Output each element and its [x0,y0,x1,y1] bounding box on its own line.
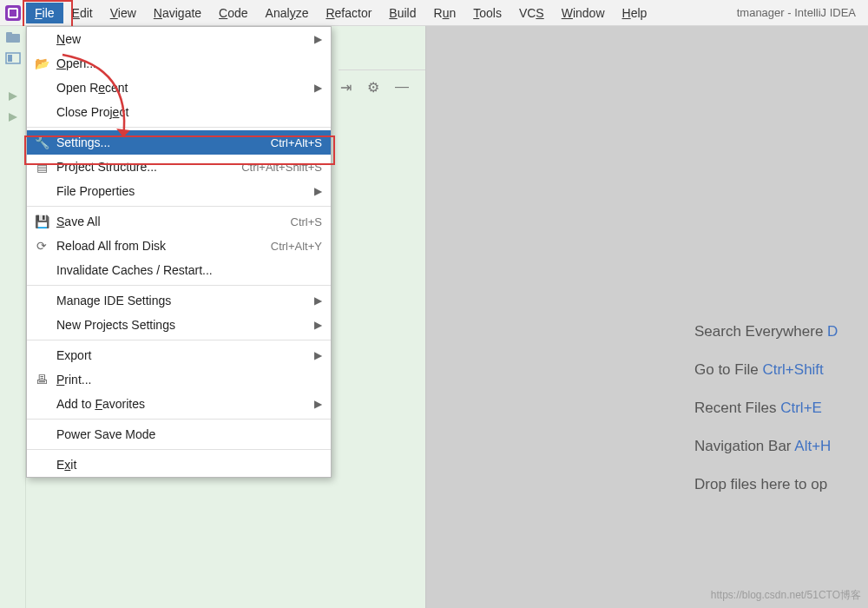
menu-file[interactable]: File [26,3,63,23]
file-menu-power-save-mode[interactable]: Power Save Mode [27,422,331,446]
content-area: ⇥ ⚙ — Search Everywhere DGo to File Ctrl… [0,26,868,608]
menu-vcs[interactable]: VCS [510,3,553,23]
menu-item-label: Export [56,348,91,362]
menu-item-label: New [56,32,81,46]
file-menu-export[interactable]: Export▶ [27,343,331,367]
shortcut-label: Ctrl+Alt+Y [271,240,322,253]
toolbar-strip: ⇥ ⚙ — [339,26,425,608]
hint-line: Recent Files Ctrl+E [694,389,868,427]
minimize-icon[interactable]: — [395,79,409,95]
file-menu-new[interactable]: New▶ [27,27,331,51]
svg-marker-5 [9,113,17,122]
file-menu-print[interactable]: 🖶Print... [27,367,331,392]
shortcut-label: Ctrl+Alt+Shift+S [241,161,322,174]
menu-item-label: Exit [56,458,76,472]
hint-line: Go to File Ctrl+Shift [694,351,868,389]
chevron-right-icon: ▶ [314,294,322,307]
print-icon: 🖶 [34,373,49,387]
wrench-icon: 🔧 [34,135,49,149]
file-menu-new-projects-settings[interactable]: New Projects Settings▶ [27,313,331,337]
file-menu-file-properties[interactable]: File Properties▶ [27,179,331,203]
keyboard-shortcut: Ctrl+Shift [762,361,823,378]
menu-item-label: File Properties [56,184,135,198]
hint-line: Navigation Bar Alt+H [694,427,868,466]
menu-item-label: Manage IDE Settings [56,294,171,307]
menubar: FileEditViewNavigateCodeAnalyzeRefactorB… [0,0,868,26]
keyboard-shortcut: D [827,323,838,340]
chevron-right-icon: ▶ [314,319,322,331]
menu-item-label: Open Recent [56,81,128,95]
file-menu-add-to-favorites[interactable]: Add to Favorites▶ [27,392,331,416]
menu-tools[interactable]: Tools [464,3,510,23]
menu-run[interactable]: Run [425,3,465,23]
menu-build[interactable]: Build [380,3,424,23]
menu-item-label: Close Project [56,105,128,119]
debug-tool-icon[interactable] [5,111,21,123]
structure-tool-icon[interactable] [5,52,21,64]
watermark: https://blog.csdn.net/51CTO博客 [711,588,861,603]
hint-line: Search Everywhere D [694,313,868,351]
menu-help[interactable]: Help [614,3,656,23]
menu-navigate[interactable]: Navigate [145,3,210,23]
menu-refactor[interactable]: Refactor [317,3,380,23]
menu-item-label: Invalidate Caches / Restart... [56,263,213,277]
svg-rect-1 [6,32,12,36]
menu-code[interactable]: Code [210,3,256,23]
shortcut-label: Ctrl+Alt+S [271,136,322,149]
file-menu-dropdown[interactable]: New▶📂Open...Open Recent▶Close Project🔧Se… [26,26,332,478]
menu-item-label: Add to Favorites [56,397,145,411]
file-menu-open-recent[interactable]: Open Recent▶ [27,76,331,100]
menu-item-label: Print... [56,373,91,387]
gear-icon[interactable]: ⚙ [367,79,379,96]
file-menu-manage-ide-settings[interactable]: Manage IDE Settings▶ [27,288,331,313]
menu-item-label: Save All [56,215,101,228]
chevron-right-icon: ▶ [314,82,322,94]
chevron-right-icon: ▶ [314,349,322,361]
menu-item-label: New Projects Settings [56,318,175,332]
menu-edit[interactable]: Edit [63,3,102,23]
project-structure-icon: ▤ [34,160,49,174]
shortcut-label: Ctrl+S [291,215,322,228]
folder-open-icon: 📂 [34,56,49,70]
file-menu-open[interactable]: 📂Open... [27,51,331,76]
menu-analyze[interactable]: Analyze [257,3,318,23]
hint-line: Drop files here to op [694,466,868,504]
align-icon[interactable]: ⇥ [340,79,352,96]
chevron-right-icon: ▶ [314,33,322,45]
chevron-right-icon: ▶ [314,398,322,410]
file-menu-invalidate-caches-restart[interactable]: Invalidate Caches / Restart... [27,258,331,282]
app-icon [5,5,21,21]
editor-pane: Search Everywhere DGo to File Ctrl+Shift… [425,26,868,608]
menu-window[interactable]: Window [553,3,614,23]
file-menu-save-all[interactable]: 💾Save AllCtrl+S [27,209,331,234]
keyboard-shortcut: Ctrl+E [780,400,822,416]
tool-window-gutter[interactable] [0,26,26,608]
save-icon: 💾 [34,215,49,228]
reload-icon: ⟳ [34,239,49,253]
menu-view[interactable]: View [102,3,145,23]
file-menu-reload-all-from-disk[interactable]: ⟳Reload All from DiskCtrl+Alt+Y [27,234,331,258]
chevron-right-icon: ▶ [314,185,322,197]
window-title: tmanager - IntelliJ IDEA [737,6,865,19]
file-menu-exit[interactable]: Exit [27,453,331,477]
menu-item-label: Power Save Mode [56,427,155,441]
svg-rect-3 [8,55,12,62]
menu-item-label: Project Structure... [56,160,157,174]
file-menu-project-structure[interactable]: ▤Project Structure...Ctrl+Alt+Shift+S [27,155,331,179]
menu-item-label: Open... [56,56,96,70]
project-tool-icon[interactable] [5,31,21,43]
keyboard-shortcut: Alt+H [794,438,831,454]
svg-marker-4 [9,92,17,101]
run-tool-icon[interactable] [5,90,21,102]
file-menu-close-project[interactable]: Close Project [27,100,331,124]
menu-item-label: Settings... [56,135,110,149]
welcome-hints: Search Everywhere DGo to File Ctrl+Shift… [694,313,868,504]
file-menu-settings[interactable]: 🔧Settings...Ctrl+Alt+S [27,130,331,155]
menu-item-label: Reload All from Disk [56,239,166,253]
